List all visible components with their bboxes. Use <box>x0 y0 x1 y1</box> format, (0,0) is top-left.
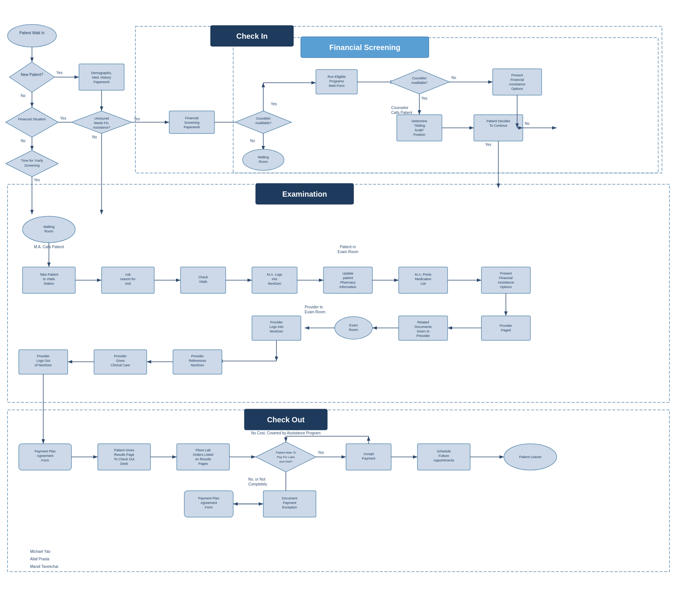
update-pharmacy-text1: Update <box>342 272 353 275</box>
counselor-available2-text1: Coundelor <box>412 76 427 80</box>
patient-gives-results-node <box>98 444 150 470</box>
credit-line2: Altaf Prasla <box>30 557 50 561</box>
patient-ro-exam-label2: Exam Room <box>337 250 358 254</box>
checkin-label: Check In <box>236 32 267 40</box>
place-lab-orders-text3: on Results <box>195 457 211 461</box>
present-financial-exam-text4: Options <box>500 285 512 289</box>
accept-payment-text2: Payment <box>362 457 375 460</box>
check-vitals-text2: Vitals <box>199 280 207 284</box>
provider-logs-out-text3: of NextGen <box>35 363 52 367</box>
payment-plan-agreement2-text3: Form <box>205 505 213 509</box>
patient-decides-text1: Patient Decides <box>486 119 510 123</box>
patient-able-to-pay-text3: and Visit? <box>279 460 293 463</box>
ask-reason-text1: Ask <box>125 273 131 276</box>
place-lab-orders-node <box>177 444 229 470</box>
provider-references-text1: Provider <box>191 354 204 358</box>
demographic-paperwork-text2: Med. History <box>92 76 111 79</box>
financial-situation-yes-label: Yes <box>60 116 66 120</box>
new-patient-yes-label: Yes <box>56 71 62 75</box>
ma-logs-nextgen-text3: NextGen <box>268 282 281 285</box>
exam-room-text2: Room <box>349 328 358 332</box>
provider-gives-clinical-text1: Provider <box>114 354 127 358</box>
counselor-available2-no-label: No <box>451 76 456 80</box>
accept-payment-text1: Accept <box>363 452 374 456</box>
financial-situation-diamond <box>6 107 58 137</box>
provider-logs-out-text1: Provider <box>37 354 50 358</box>
document-payment-text3: Exception <box>282 505 297 509</box>
run-eligible-text3: Web Form <box>329 84 345 88</box>
take-patient-vitals-text2: to Vitals <box>43 277 55 281</box>
provider-logs-out-text2: Logs Out <box>36 359 50 363</box>
provider-references-text2: References <box>189 359 206 363</box>
yearly-screening-text2: Screening <box>24 164 40 167</box>
schedule-future-text1: Schedule <box>437 449 451 453</box>
counselor-available1-text2: Availilable? <box>255 121 272 125</box>
financial-situation-text: Financial Situation <box>18 117 46 121</box>
determine-sliding-text3: Scale" <box>414 128 424 132</box>
checkout-label: Check Out <box>267 416 305 424</box>
patient-walk-in-node <box>8 24 56 47</box>
patient-decides-no-label: No <box>525 121 530 126</box>
financial-screening-paperwork-text1: Financial <box>185 116 199 120</box>
present-financial-exam-text2: Financial <box>499 276 513 280</box>
patient-gives-results-text1: Patient Gives <box>114 448 134 452</box>
run-eligible-text2: Programs <box>329 79 344 83</box>
waiting-room-exam-text2: Room <box>44 229 53 233</box>
ma-prints-text2: Medication <box>415 277 431 281</box>
yearly-screening-text1: Time for Yrarly <box>21 159 43 162</box>
counselor-calls-label2: Calls Patient <box>391 111 412 115</box>
ma-logs-nextgen-text2: into <box>272 277 278 281</box>
counselor-calls-label: Counselor <box>391 106 408 110</box>
present-financial-top-node <box>493 69 542 95</box>
provider-gives-clinical-text2: Gives <box>116 359 125 363</box>
provider-logs-nextgen-text2: Logs Into <box>269 325 283 329</box>
waiting-room1-text1: Walting <box>258 155 269 159</box>
able-to-pay-no-label: No, or Not <box>248 477 266 481</box>
provider-to-exam-label2: Exam Room <box>305 310 325 314</box>
able-to-pay-yes-label: Yes <box>318 451 324 455</box>
yearly-screening-yes-label: Yes <box>34 178 40 182</box>
waiting-room1-text2: Room <box>259 160 268 164</box>
no-cost-label: No Cost, Covered by Assistance Program <box>251 431 321 435</box>
counselor-available2-yes-label: Yes <box>421 96 427 100</box>
demographic-paperwork-text3: Paperwork <box>93 80 110 84</box>
place-lab-orders-text4: Pages <box>198 462 208 466</box>
provider-logs-nextgen-text3: NextGen <box>270 329 283 333</box>
examination-label: Examination <box>282 190 327 198</box>
ask-reason-text2: reason for <box>120 277 136 281</box>
related-documents-text2: Documents <box>414 325 432 329</box>
determine-sliding-text1: Determine <box>411 119 427 123</box>
patient-gives-results-text4: Desk <box>120 462 128 466</box>
place-lab-orders-text1: Place Lab <box>196 448 211 452</box>
financial-screening-section <box>233 38 658 173</box>
present-financial-top-text2: Financial <box>510 78 524 82</box>
take-patient-vitals-text1: Take Patient <box>39 273 58 276</box>
provider-logs-nextgen-text1: Provider <box>270 320 283 324</box>
financial-screening-paperwork-text3: Paperwork <box>184 125 200 129</box>
ask-reason-text3: visit <box>125 282 131 285</box>
exam-room-text1: Exam <box>349 323 358 327</box>
patient-ro-exam-label: Patient ro <box>340 245 356 249</box>
patient-gives-results-text2: Results Page <box>114 453 134 457</box>
determine-sliding-node <box>397 115 442 141</box>
provider-paged-text2: Paged <box>501 328 511 332</box>
update-pharmacy-text4: Information <box>339 285 356 289</box>
related-documents-text3: Given to <box>417 329 430 333</box>
credit-line1: Michael Yao <box>30 549 51 554</box>
take-patient-vitals-text3: Station <box>44 282 54 285</box>
update-pharmacy-node <box>323 267 372 293</box>
patient-leaves-text: Patient Leaves <box>519 455 542 459</box>
uninsured-needs-text1: Uninsured <box>94 117 109 120</box>
uninsured-needs-text3: Assistance? <box>93 126 110 129</box>
financial-situation-no-label: No <box>21 139 26 143</box>
schedule-future-text3: Appointments <box>433 458 454 462</box>
patient-decides-text2: To Continus <box>489 124 507 127</box>
uninsured-needs-text2: Needs Fin. <box>94 121 109 125</box>
present-financial-top-text3: Assistance <box>509 82 525 86</box>
update-pharmacy-text3: Pharmacy <box>340 281 356 284</box>
counselor-available1-no-label: No <box>250 139 255 143</box>
provider-to-exam-label: Provider to <box>305 305 323 309</box>
provider-gives-clinical-text3: Clinical Care <box>111 363 130 367</box>
uninsured-needs-yes-label: Yes <box>134 117 140 121</box>
present-financial-exam-text3: Assistance <box>498 281 514 284</box>
